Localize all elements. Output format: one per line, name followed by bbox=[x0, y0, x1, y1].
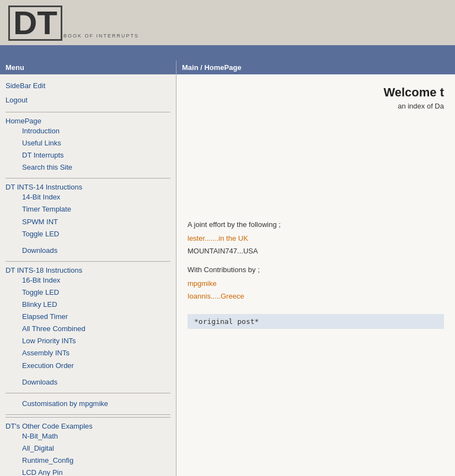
logo-subtitle: BOOK OF INTERRUPTS bbox=[63, 33, 139, 39]
link-customisation-mpgmike[interactable]: Customisation by mpgmike bbox=[22, 398, 170, 410]
link-timer-template[interactable]: Timer Template bbox=[22, 203, 170, 215]
link-lcd-any-pin[interactable]: LCD Any Pin bbox=[22, 467, 170, 476]
contributor-lester[interactable]: lester.......in the UK bbox=[188, 232, 444, 245]
top-bar bbox=[0, 45, 455, 61]
link-introduction[interactable]: Introduction bbox=[22, 125, 170, 137]
logo-area: DT BOOK OF INTERRUPTS bbox=[0, 0, 455, 45]
divider-5 bbox=[6, 414, 170, 415]
link-runtime-config[interactable]: Runtime_Config bbox=[22, 455, 170, 467]
section-dt-ints-14[interactable]: DT INTS-14 Instructions bbox=[6, 183, 170, 191]
sidebar-header: Menu bbox=[0, 61, 176, 74]
divider-6 bbox=[6, 417, 170, 418]
divider-1 bbox=[6, 112, 170, 112]
link-execution-order[interactable]: Execution Order bbox=[22, 360, 170, 372]
contributor-mountain[interactable]: MOUNTAIN747...USA bbox=[188, 245, 444, 257]
link-search-site[interactable]: Search this Site bbox=[22, 161, 170, 174]
link-low-priority-ints[interactable]: Low Priority INTs bbox=[22, 335, 170, 347]
link-blinky-led[interactable]: Blinky LED bbox=[22, 299, 170, 311]
contributor-ioannis[interactable]: Ioannis.....Greece bbox=[188, 290, 444, 302]
link-elapsed-timer[interactable]: Elapsed Timer bbox=[22, 311, 170, 323]
link-14bit-index[interactable]: 14-Bit Index bbox=[22, 191, 170, 203]
link-all-three-combined[interactable]: All Three Combined bbox=[22, 323, 170, 335]
sidebar-edit-link[interactable]: SideBar Edit bbox=[6, 79, 170, 93]
link-toggle-led-18[interactable]: Toggle LED bbox=[22, 286, 170, 299]
divider-2 bbox=[6, 178, 170, 178]
logout-link[interactable]: Logout bbox=[6, 93, 170, 107]
welcome-subtitle: an index of Da bbox=[188, 102, 444, 110]
link-all-digital[interactable]: All_Digital bbox=[22, 442, 170, 455]
section-dt-ints-18[interactable]: DT INTS-18 Instructions bbox=[6, 266, 170, 274]
original-post-bar: *original post* bbox=[188, 314, 444, 329]
divider-4 bbox=[6, 393, 170, 393]
link-downloads-14[interactable]: Downloads bbox=[22, 245, 170, 257]
link-spwm-int[interactable]: SPWM INT bbox=[22, 216, 170, 228]
link-assembly-ints[interactable]: Assembly INTs bbox=[22, 347, 170, 359]
link-n-bit-math[interactable]: N-Bit_Math bbox=[22, 430, 170, 442]
link-toggle-led[interactable]: Toggle LED bbox=[22, 228, 170, 240]
link-downloads-18[interactable]: Downloads bbox=[22, 376, 170, 388]
link-16bit-index[interactable]: 16-Bit Index bbox=[22, 274, 170, 286]
link-dt-interrupts[interactable]: DT Interrupts bbox=[22, 149, 170, 161]
joint-effort-text: A joint effort by the following ; bbox=[188, 220, 444, 229]
main-header: Main / HomePage bbox=[176, 61, 455, 74]
main-content-area: Main / HomePage Welcome t an index of Da… bbox=[176, 61, 455, 476]
link-useful-links[interactable]: Useful Links bbox=[22, 137, 170, 149]
welcome-title: Welcome t bbox=[188, 85, 444, 100]
divider-3 bbox=[6, 261, 170, 262]
dt-logo: DT bbox=[8, 6, 62, 41]
contributions-text: With Contributions by ; bbox=[188, 266, 444, 274]
section-dt-other[interactable]: DT's Other Code Examples bbox=[6, 422, 170, 430]
section-homepage[interactable]: HomePage bbox=[6, 117, 170, 125]
sidebar: Menu SideBar Edit Logout HomePage Introd… bbox=[0, 61, 176, 476]
contributor-mpgmike[interactable]: mpgmike bbox=[188, 277, 444, 290]
